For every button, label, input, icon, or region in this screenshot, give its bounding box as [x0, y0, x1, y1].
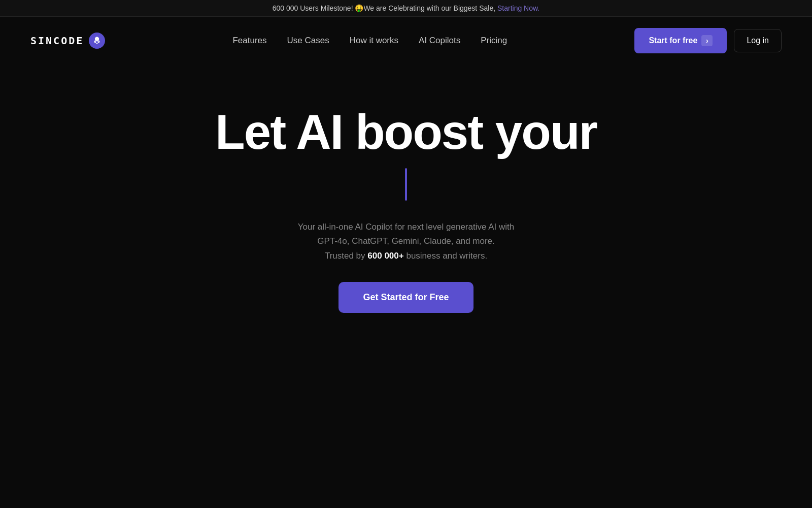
- cursor-blink: [405, 168, 407, 201]
- announcement-before-text: 600 000 Users Milestone! 🤑We are Celebra…: [273, 4, 495, 12]
- logo[interactable]: SINCODE: [30, 33, 105, 49]
- hero-desc-line1: Your all-in-one AI Copilot for next leve…: [298, 222, 515, 232]
- hero-description: Your all-in-one AI Copilot for next leve…: [298, 220, 515, 264]
- nav-item-how-it-works[interactable]: How it works: [350, 36, 398, 46]
- nav-item-use-cases[interactable]: Use Cases: [287, 36, 329, 46]
- hero-section: Let AI boost your Your all-in-one AI Cop…: [0, 65, 812, 333]
- nav-item-features[interactable]: Features: [232, 36, 266, 46]
- nav-item-pricing[interactable]: Pricing: [481, 36, 507, 46]
- hero-desc-trusted-by: Trusted by: [325, 251, 365, 261]
- login-button[interactable]: Log in: [734, 29, 782, 52]
- hero-cursor-area: [405, 164, 407, 205]
- nav-item-ai-copilots[interactable]: AI Copilots: [419, 36, 460, 46]
- announcement-link[interactable]: Starting Now.: [497, 4, 539, 12]
- hero-desc-audience: business and writers.: [406, 251, 487, 261]
- announcement-bar: 600 000 Users Milestone! 🤑We are Celebra…: [0, 0, 812, 17]
- hero-desc-line2: GPT-4o, ChatGPT, Gemini, Claude, and mor…: [317, 236, 495, 246]
- hero-desc-user-count: 600 000+: [367, 251, 403, 261]
- svg-point-4: [98, 41, 99, 42]
- nav-actions: Start for free › Log in: [634, 28, 782, 53]
- logo-icon: [89, 33, 105, 49]
- arrow-icon: ›: [701, 35, 713, 46]
- hero-title-text: Let AI boost your: [215, 105, 597, 159]
- svg-point-3: [95, 41, 96, 42]
- logo-text: SINCODE: [30, 35, 84, 47]
- get-started-button[interactable]: Get Started for Free: [339, 282, 473, 313]
- announcement-text: 600 000 Users Milestone! 🤑We are Celebra…: [273, 4, 539, 12]
- start-for-free-button[interactable]: Start for free ›: [634, 28, 727, 53]
- navbar: SINCODE Features Use Cases How it works …: [0, 17, 812, 65]
- nav-links: Features Use Cases How it works AI Copil…: [232, 36, 507, 46]
- hero-title: Let AI boost your: [215, 105, 597, 159]
- start-button-label: Start for free: [649, 36, 697, 45]
